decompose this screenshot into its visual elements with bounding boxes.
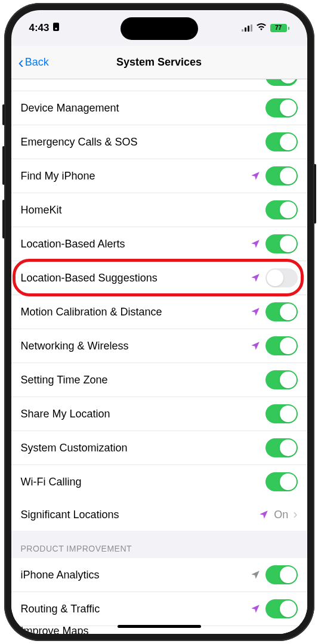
improve-maps-label: Improve Maps bbox=[21, 625, 89, 634]
toggle-switch[interactable] bbox=[265, 599, 298, 618]
lock-icon bbox=[53, 22, 59, 34]
row-label: Significant Locations bbox=[21, 509, 259, 521]
list-item: System Customization bbox=[11, 431, 307, 465]
back-button[interactable]: ‹ Back bbox=[18, 54, 49, 71]
row-label: iPhone Analytics bbox=[21, 569, 250, 581]
row-label: Share My Location bbox=[21, 408, 265, 420]
location-arrow-icon bbox=[250, 239, 261, 249]
power-button[interactable] bbox=[314, 164, 316, 224]
dynamic-island bbox=[121, 17, 198, 40]
row-label: System Customization bbox=[21, 442, 265, 454]
toggle-switch[interactable] bbox=[265, 166, 298, 185]
list-item: Share My Location bbox=[11, 397, 307, 431]
cellular-signal-icon bbox=[242, 24, 252, 32]
drill-value: On bbox=[274, 509, 288, 521]
svg-rect-0 bbox=[53, 23, 59, 31]
location-arrow-icon bbox=[250, 603, 261, 614]
list-item: Device Management bbox=[11, 91, 307, 125]
chevron-left-icon: ‹ bbox=[18, 54, 24, 71]
settings-list: Device ManagementEmergency Calls & SOSFi… bbox=[11, 79, 307, 634]
location-arrow-icon bbox=[250, 273, 261, 283]
back-label: Back bbox=[25, 56, 49, 69]
row-label: HomeKit bbox=[21, 204, 265, 216]
row-label: Device Management bbox=[21, 102, 265, 114]
toggle-switch[interactable] bbox=[265, 200, 298, 219]
row-label: Location-Based Alerts bbox=[21, 238, 250, 250]
wifi-icon bbox=[256, 23, 267, 33]
toggle-switch[interactable] bbox=[265, 336, 298, 355]
volume-down-button[interactable] bbox=[2, 200, 5, 239]
toggle-switch[interactable] bbox=[265, 438, 298, 457]
row-label: Emergency Calls & SOS bbox=[21, 136, 265, 148]
toggle-switch[interactable] bbox=[265, 404, 298, 423]
list-item: Location-Based Alerts bbox=[11, 227, 307, 261]
toggle-switch[interactable] bbox=[265, 370, 298, 389]
chevron-right-icon: › bbox=[293, 507, 297, 522]
list-item: HomeKit bbox=[11, 193, 307, 227]
row-label: Networking & Wireless bbox=[21, 340, 250, 352]
page-title: System Services bbox=[116, 56, 202, 69]
row-label: Motion Calibration & Distance bbox=[21, 306, 250, 318]
section-header-product-improvement: Product Improvement bbox=[11, 531, 307, 558]
row-label: Location-Based Suggestions bbox=[21, 272, 250, 284]
volume-up-button[interactable] bbox=[2, 146, 5, 185]
list-item: Find My iPhone bbox=[11, 159, 307, 193]
list-item: Wi-Fi Calling bbox=[11, 465, 307, 499]
status-time: 4:43 bbox=[29, 22, 50, 34]
toggle-switch[interactable] bbox=[265, 472, 298, 491]
toggle-switch[interactable] bbox=[265, 268, 298, 287]
location-arrow-icon bbox=[250, 171, 261, 181]
toggle-switch[interactable] bbox=[265, 98, 298, 117]
location-arrow-icon bbox=[258, 509, 269, 520]
toggle-switch[interactable] bbox=[265, 234, 298, 253]
list-item: Routing & Traffic bbox=[11, 592, 307, 626]
list-item: Location-Based Suggestions bbox=[11, 261, 307, 295]
significant-locations-row[interactable]: Significant Locations On › bbox=[11, 499, 307, 531]
row-label: Routing & Traffic bbox=[21, 603, 250, 615]
list-item: Networking & Wireless bbox=[11, 329, 307, 363]
phone-screen: 4:43 77 bbox=[11, 10, 307, 634]
toggle-switch[interactable] bbox=[265, 565, 298, 584]
list-item: Emergency Calls & SOS bbox=[11, 125, 307, 159]
list-item: iPhone Analytics bbox=[11, 558, 307, 592]
row-label: Find My iPhone bbox=[21, 170, 250, 182]
svg-point-1 bbox=[55, 28, 57, 30]
toggle-partial[interactable] bbox=[265, 79, 298, 86]
toggle-switch[interactable] bbox=[265, 302, 298, 321]
list-item-partial bbox=[11, 79, 307, 91]
location-arrow-icon bbox=[250, 340, 261, 351]
phone-frame: 4:43 77 bbox=[4, 3, 314, 641]
list-item: Motion Calibration & Distance bbox=[11, 295, 307, 329]
list-item: Setting Time Zone bbox=[11, 363, 307, 397]
row-label: Setting Time Zone bbox=[21, 374, 265, 386]
home-indicator[interactable] bbox=[118, 625, 201, 628]
location-arrow-icon bbox=[250, 306, 261, 317]
battery-indicator: 77 bbox=[270, 24, 289, 32]
toggle-switch[interactable] bbox=[265, 132, 298, 151]
mute-switch[interactable] bbox=[2, 104, 5, 125]
navigation-bar: ‹ Back System Services bbox=[11, 46, 307, 79]
row-label: Wi-Fi Calling bbox=[21, 476, 265, 488]
location-arrow-icon bbox=[250, 569, 261, 580]
